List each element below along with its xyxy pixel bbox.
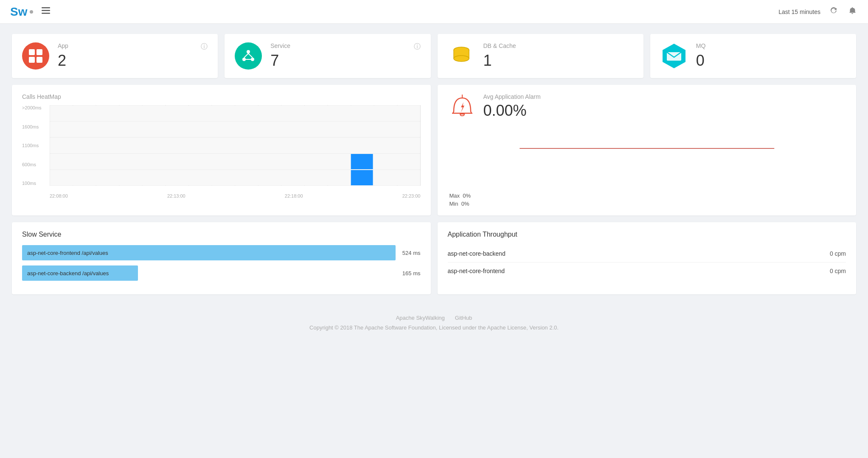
throughput-card: Application Throughput asp-net-core-back… — [438, 222, 857, 294]
service-label: Service — [270, 42, 413, 49]
bottom-row: Slow Service asp-net-core-frontend /api/… — [12, 222, 856, 294]
svg-rect-0 — [42, 7, 50, 8]
logo-text: Sw — [10, 5, 27, 19]
service-duration-0: 524 ms — [396, 250, 421, 256]
svg-rect-1 — [42, 10, 50, 11]
slow-service-row-1[interactable]: asp-net-core-backend /api/values 165 ms — [22, 265, 421, 281]
heatmap-x-labels: 22:08:00 22:13:00 22:18:00 22:23:00 — [50, 191, 421, 198]
db-label: DB & Cache — [483, 42, 633, 49]
y-label-0: >2000ms — [22, 105, 48, 110]
y-label-1: 1600ms — [22, 124, 48, 129]
mq-icon — [661, 43, 687, 69]
throughput-name-1: asp-net-core-frontend — [448, 268, 505, 274]
alarm-title: Avg Application Alarm — [483, 93, 541, 100]
alarm-max: Max 0% — [449, 193, 845, 199]
throughput-value-1: 0 cpm — [830, 268, 846, 274]
footer-link-github[interactable]: GitHub — [455, 315, 472, 321]
stat-cards: App 2 ⓘ Service — [12, 34, 856, 78]
db-info: DB & Cache 1 — [483, 42, 633, 70]
throughput-row-0[interactable]: asp-net-core-backend 0 cpm — [448, 245, 846, 263]
menu-icon — [42, 7, 50, 14]
service-stat-card[interactable]: Service 7 ⓘ — [225, 34, 430, 78]
main-content: App 2 ⓘ Service — [0, 24, 868, 304]
x-label-1: 22:13:00 — [167, 193, 185, 198]
service-name-0: asp-net-core-frontend /api/values — [22, 250, 108, 256]
svg-rect-46 — [351, 170, 373, 185]
mq-icon-wrap — [660, 42, 688, 70]
mq-stat-card[interactable]: MQ 0 — [650, 34, 856, 78]
heatmap-y-labels: >2000ms 1600ms 1100ms 600ms 100ms — [22, 105, 48, 186]
header-left: Sw — [10, 5, 52, 19]
footer-copyright: Copyright © 2018 The Apache Software Fou… — [10, 324, 858, 331]
slow-service-card: Slow Service asp-net-core-frontend /api/… — [12, 222, 431, 294]
y-label-2: 1100ms — [22, 143, 48, 148]
app-grid-icon — [24, 44, 48, 68]
mq-label: MQ — [696, 42, 846, 49]
service-bar-wrap-0: asp-net-core-frontend /api/values — [22, 245, 396, 260]
header-right: Last 15 minutes — [778, 5, 858, 18]
app-info: App 2 — [58, 42, 201, 70]
app-icon-wrap — [22, 42, 49, 70]
mq-value: 0 — [696, 52, 846, 70]
heatmap-grid-wrapper — [50, 105, 421, 186]
alarm-value: 0.00% — [483, 102, 541, 120]
app-value: 2 — [58, 52, 201, 70]
y-label-3: 600ms — [22, 162, 48, 167]
alarm-chart-svg — [449, 131, 845, 165]
x-label-0: 22:08:00 — [50, 193, 68, 198]
svg-point-12 — [454, 56, 469, 61]
service-duration-1: 165 ms — [396, 270, 421, 276]
service-info-icon: ⓘ — [414, 42, 421, 51]
bell-icon — [848, 7, 856, 14]
alarm-stats: Max 0% Min 0% — [449, 193, 845, 207]
middle-row: Calls HeatMap >2000ms 1600ms 1100ms 600m… — [12, 85, 856, 215]
app-label: App — [58, 42, 201, 49]
refresh-button[interactable] — [828, 5, 839, 18]
service-name-1: asp-net-core-backend /api/values — [22, 270, 109, 276]
alarm-top: Avg Application Alarm 0.00% — [449, 93, 845, 120]
footer: Apache SkyWalking GitHub Copyright © 201… — [0, 304, 868, 341]
heatmap-container: >2000ms 1600ms 1100ms 600ms 100ms — [22, 105, 421, 198]
service-value: 7 — [270, 52, 413, 70]
throughput-title: Application Throughput — [448, 231, 846, 238]
db-stat-card[interactable]: DB & Cache 1 — [438, 34, 643, 78]
db-icon-wrap — [448, 42, 475, 70]
alarm-min: Min 0% — [449, 201, 845, 207]
x-label-2: 22:18:00 — [285, 193, 303, 198]
db-value: 1 — [483, 52, 633, 70]
alarm-card: Avg Application Alarm 0.00% Max 0% Min 0… — [438, 85, 857, 215]
y-label-4: 100ms — [22, 181, 48, 186]
notification-button[interactable] — [847, 5, 858, 18]
slow-service-row-0[interactable]: asp-net-core-frontend /api/values 524 ms — [22, 245, 421, 260]
heatmap-svg — [50, 105, 421, 186]
slow-service-title: Slow Service — [22, 231, 421, 238]
logo: Sw — [10, 5, 33, 19]
heatmap-card: Calls HeatMap >2000ms 1600ms 1100ms 600m… — [12, 85, 431, 215]
refresh-icon — [830, 7, 837, 14]
service-info: Service 7 — [270, 42, 413, 70]
app-stat-info: App 2 ⓘ — [58, 42, 208, 70]
x-label-3: 22:23:00 — [402, 193, 421, 198]
alarm-text: Avg Application Alarm 0.00% — [483, 93, 541, 120]
time-label: Last 15 minutes — [778, 8, 820, 15]
throughput-name-0: asp-net-core-backend — [448, 250, 506, 257]
db-stat-info: DB & Cache 1 — [483, 42, 633, 70]
alarm-chart-area: Max 0% Min 0% — [449, 131, 845, 207]
service-icon-wrap — [235, 42, 262, 70]
svg-point-4 — [247, 50, 250, 53]
app-info-icon: ⓘ — [201, 42, 208, 51]
app-stat-card[interactable]: App 2 ⓘ — [12, 34, 218, 78]
svg-rect-2 — [42, 13, 50, 14]
footer-links: Apache SkyWalking GitHub — [10, 315, 858, 321]
logo-dot — [30, 10, 33, 14]
db-icon — [450, 45, 472, 67]
throughput-value-0: 0 cpm — [830, 250, 846, 257]
footer-link-skywalking[interactable]: Apache SkyWalking — [396, 315, 445, 321]
service-stat-info: Service 7 ⓘ — [270, 42, 420, 70]
service-bar-wrap-1: asp-net-core-backend /api/values — [22, 265, 396, 281]
throughput-row-1[interactable]: asp-net-core-frontend 0 cpm — [448, 263, 846, 279]
alarm-icon — [449, 94, 475, 119]
heatmap-title: Calls HeatMap — [22, 93, 421, 100]
menu-button[interactable] — [40, 6, 52, 18]
svg-rect-45 — [351, 154, 373, 169]
